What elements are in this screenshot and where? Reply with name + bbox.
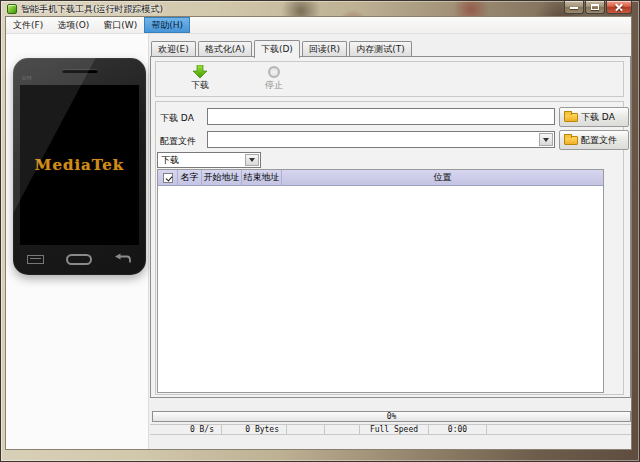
window-title: 智能手机下载工具(运行时跟踪模式) — [21, 1, 163, 17]
minimize-button[interactable] — [564, 1, 584, 14]
folder-icon — [564, 136, 578, 145]
tab-format[interactable]: 格式化(A) — [198, 41, 252, 57]
scatter-browse-button[interactable]: 配置文件 — [559, 130, 629, 150]
menu-file[interactable]: 文件(F) — [6, 17, 50, 33]
tab-bar: 欢迎(E) 格式化(A) 下载(D) 回读(R) 内存测试(T) — [151, 40, 414, 57]
partition-table: 名字 开始地址 结束地址 位置 — [157, 169, 604, 393]
app-icon[interactable] — [7, 4, 17, 14]
status-empty-1 — [287, 425, 325, 434]
speaker-icon — [62, 69, 98, 73]
bezel-text: BM — [22, 74, 32, 81]
stop-icon — [268, 66, 280, 78]
minimize-icon — [570, 7, 578, 9]
status-empty-3 — [487, 425, 631, 434]
toolbar: 下载 停止 — [155, 61, 624, 97]
menubar: 文件(F) 选项(O) 窗口(W) 帮助(H) — [6, 17, 631, 34]
titlebar[interactable]: 智能手机下载工具(运行时跟踪模式) — [1, 1, 639, 17]
header-checkbox[interactable] — [163, 173, 173, 183]
download-mode-combobox[interactable]: 下载 — [157, 152, 261, 168]
header-cell-start: 开始地址 — [202, 170, 242, 186]
download-tab-page: 下载 停止 下载 DA 下载 DA — [150, 56, 631, 398]
tab-memorytest[interactable]: 内存测试(T) — [349, 41, 412, 57]
phone-nav — [27, 251, 132, 267]
phone-image: BM MediaTek — [13, 58, 146, 275]
scatter-browse-label: 配置文件 — [581, 134, 617, 147]
stop-button-label: 停止 — [254, 79, 294, 92]
main-area: 欢迎(E) 格式化(A) 下载(D) 回读(R) 内存测试(T) — [149, 34, 631, 449]
maximize-icon — [591, 4, 599, 10]
phone-screen: MediaTek — [20, 85, 139, 245]
app-window: 智能手机下载工具(运行时跟踪模式) 文件(F) 选项(O) 窗口(W) 帮助(H… — [0, 0, 640, 462]
da-path-input[interactable] — [207, 108, 555, 125]
client: BM MediaTek — [6, 34, 631, 449]
status-speed: 0 B/s — [150, 425, 222, 434]
dropdown-arrow-icon[interactable] — [539, 133, 553, 146]
status-bar: 0 B/s 0 Bytes Full Speed 0:00 — [150, 424, 631, 435]
status-time: 0:00 — [429, 425, 487, 434]
scatter-file-combobox[interactable] — [207, 131, 555, 148]
home-key-icon — [66, 254, 92, 265]
download-button-label: 下载 — [180, 79, 220, 92]
download-button[interactable]: 下载 — [180, 65, 220, 92]
da-browse-button[interactable]: 下载 DA — [559, 107, 629, 127]
da-label: 下载 DA — [160, 112, 194, 125]
tab-readback[interactable]: 回读(R) — [302, 41, 347, 57]
partition-table-header: 名字 开始地址 结束地址 位置 — [158, 170, 603, 186]
download-icon — [193, 65, 207, 78]
status-empty-2 — [325, 425, 360, 434]
folder-icon — [564, 113, 578, 122]
status-speed-mode: Full Speed — [360, 425, 429, 434]
tab-download[interactable]: 下载(D) — [254, 40, 300, 58]
window-controls — [564, 1, 632, 14]
menu-help[interactable]: 帮助(H) — [144, 17, 190, 33]
download-mode-value: 下载 — [161, 153, 244, 168]
brand-text: MediaTek — [35, 156, 124, 174]
header-cell-check — [158, 170, 178, 186]
window-client-area: 文件(F) 选项(O) 窗口(W) 帮助(H) BM MediaTek — [6, 17, 631, 449]
menu-window[interactable]: 窗口(W) — [96, 17, 144, 33]
stop-button[interactable]: 停止 — [254, 65, 294, 92]
status-bytes: 0 Bytes — [222, 425, 287, 434]
menu-key-icon — [27, 255, 44, 264]
close-icon — [615, 3, 624, 12]
partition-table-body — [158, 186, 603, 392]
progress-bar: 0% — [152, 411, 631, 422]
back-key-icon — [114, 253, 132, 265]
maximize-button[interactable] — [585, 1, 605, 14]
close-button[interactable] — [606, 1, 632, 14]
header-cell-name: 名字 — [178, 170, 202, 186]
tab-welcome[interactable]: 欢迎(E) — [151, 41, 196, 57]
scatter-label: 配置文件 — [160, 135, 196, 148]
form-area: 下载 DA 下载 DA 配置文件 配置文件 — [155, 101, 624, 395]
menu-options[interactable]: 选项(O) — [50, 17, 96, 33]
header-cell-end: 结束地址 — [242, 170, 282, 186]
da-browse-label: 下载 DA — [581, 111, 615, 124]
dropdown-arrow-icon[interactable] — [245, 154, 259, 166]
header-cell-location: 位置 — [282, 170, 603, 186]
phone-panel: BM MediaTek — [6, 34, 149, 449]
